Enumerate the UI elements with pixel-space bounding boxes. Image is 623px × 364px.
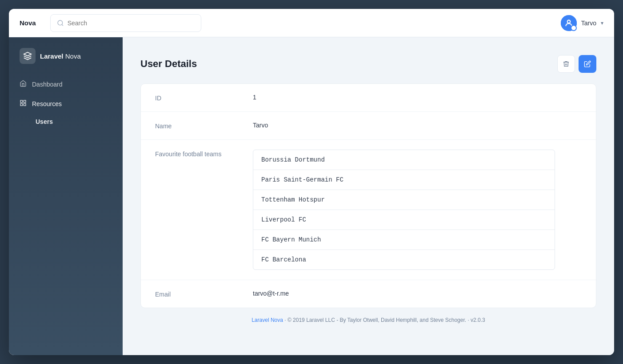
username-label: Tarvo	[581, 20, 596, 27]
team-item-1: Paris Saint-Germain FC	[253, 170, 555, 190]
sidebar-resources-label: Resources	[32, 100, 62, 107]
team-item-4: FC Bayern Munich	[253, 230, 555, 250]
avatar	[561, 15, 577, 31]
team-item-3: Liverpool FC	[253, 210, 555, 230]
search-container[interactable]	[50, 14, 201, 32]
teams-list: Borussia Dortmund Paris Saint-Germain FC…	[253, 150, 555, 270]
edit-button[interactable]	[579, 55, 596, 73]
field-value-name: Tarvo	[253, 122, 268, 129]
svg-rect-5	[20, 103, 23, 106]
sidebar-item-users[interactable]: Users	[9, 114, 123, 130]
sidebar-item-dashboard[interactable]: Dashboard	[9, 75, 123, 94]
sidebar: Laravel Nova Dashboard	[9, 37, 123, 355]
footer-version: v2.0.3	[471, 317, 485, 323]
sidebar-item-resources[interactable]: Resources	[9, 94, 123, 114]
footer-link[interactable]: Laravel Nova	[252, 317, 283, 323]
delete-button[interactable]	[557, 55, 575, 73]
detail-row-email: Email tarvo@t-r.me	[141, 280, 596, 308]
field-value-email: tarvo@t-r.me	[253, 290, 289, 297]
sidebar-dashboard-label: Dashboard	[32, 81, 63, 88]
nav-label: Nova	[20, 19, 36, 27]
grid-icon	[20, 99, 27, 108]
field-label-teams: Favourite football teams	[155, 150, 253, 158]
main-content: User Details	[123, 37, 614, 355]
svg-point-0	[58, 20, 63, 25]
field-label-name: Name	[155, 122, 253, 130]
brand-logo: Laravel Nova	[9, 48, 123, 75]
edit-icon	[584, 60, 591, 67]
chevron-down-icon: ▾	[601, 20, 603, 26]
search-icon	[57, 20, 64, 27]
svg-rect-4	[24, 100, 26, 103]
trash-icon	[563, 60, 570, 67]
team-item-2: Tottenham Hotspur	[253, 190, 555, 210]
svg-rect-3	[20, 100, 23, 103]
page-title: User Details	[140, 58, 197, 70]
field-label-email: Email	[155, 290, 253, 298]
page-header: User Details	[140, 55, 596, 73]
user-menu[interactable]: Tarvo ▾	[561, 15, 603, 31]
footer-copyright: © 2019 Laravel LLC - By Taylor Otwell, D…	[288, 317, 466, 323]
sidebar-users-label: Users	[36, 118, 53, 125]
search-input[interactable]	[68, 20, 195, 27]
action-buttons	[557, 55, 596, 73]
app-header: Nova Tarvo ▾	[9, 9, 614, 37]
detail-card: ID 1 Name Tarvo Favourite football teams…	[140, 83, 596, 308]
field-value-id: 1	[253, 94, 256, 101]
brand-name: Laravel Nova	[40, 52, 81, 60]
team-item-0: Borussia Dortmund	[253, 150, 555, 170]
detail-row-id: ID 1	[141, 84, 596, 112]
field-label-id: ID	[155, 94, 253, 102]
footer-separator: ·	[284, 317, 288, 323]
svg-line-1	[62, 24, 63, 26]
detail-row-name: Name Tarvo	[141, 112, 596, 140]
logo-icon	[20, 48, 36, 64]
footer: Laravel Nova · © 2019 Laravel LLC - By T…	[140, 308, 596, 332]
home-icon	[20, 80, 27, 89]
svg-rect-6	[24, 103, 26, 106]
team-item-5: FC Barcelona	[253, 250, 555, 269]
detail-row-teams: Favourite football teams Borussia Dortmu…	[141, 140, 596, 280]
